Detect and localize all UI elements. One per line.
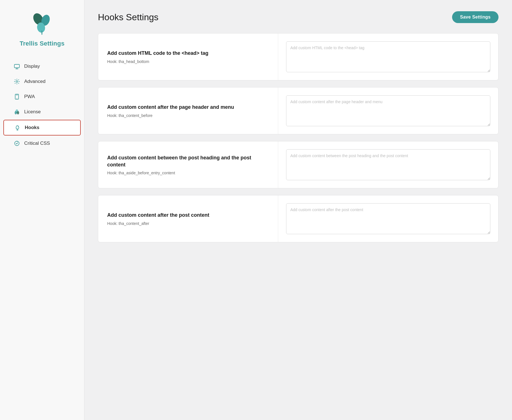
sidebar-item-license[interactable]: License <box>3 105 81 119</box>
sidebar-item-critical-css[interactable]: Critical CSS <box>3 136 81 151</box>
sidebar-item-hooks-label: Hooks <box>25 125 39 130</box>
hook-card-head-textarea[interactable] <box>286 41 490 72</box>
hook-card-aside-before-entry-textarea[interactable] <box>286 149 490 180</box>
save-settings-button[interactable]: Save Settings <box>452 11 498 23</box>
hook-card-content-after-left: Add custom content after the post conten… <box>98 195 278 242</box>
svg-point-7 <box>16 81 18 82</box>
hook-card-head-hook: Hook: tha_head_bottom <box>107 59 269 64</box>
svg-point-13 <box>17 111 19 114</box>
critical-css-icon <box>14 140 20 147</box>
hook-card-head-left: Add custom HTML code to the <head> tag H… <box>98 33 278 80</box>
hook-card-aside-before-entry-right <box>278 141 498 188</box>
trellis-logo-icon <box>29 11 55 37</box>
sidebar-item-advanced[interactable]: Advanced <box>3 74 81 89</box>
hook-card-content-after-right <box>278 195 498 242</box>
hook-card-aside-before-entry-hook: Hook: tha_aside_before_entry_content <box>107 171 269 175</box>
sidebar-item-display[interactable]: Display <box>3 59 81 74</box>
hook-card-head: Add custom HTML code to the <head> tag H… <box>98 33 498 80</box>
svg-point-12 <box>15 111 17 114</box>
hook-card-aside-before-entry-title: Add custom content between the post head… <box>107 154 269 168</box>
main-content: Hooks Settings Save Settings Add custom … <box>84 0 512 420</box>
hook-card-content-before-right <box>278 87 498 134</box>
hook-card-content-after-hook: Hook: tha_content_after <box>107 221 269 226</box>
hook-card-content-before-title: Add custom content after the page header… <box>107 104 269 111</box>
sidebar-item-pwa-label: PWA <box>24 94 35 100</box>
sidebar-nav: Display Advanced PWA <box>0 58 84 151</box>
page-title: Hooks Settings <box>98 12 158 22</box>
sidebar-item-advanced-label: Advanced <box>24 79 46 84</box>
advanced-icon <box>14 78 20 85</box>
main-header: Hooks Settings Save Settings <box>98 11 498 23</box>
display-icon <box>14 63 20 70</box>
svg-point-9 <box>17 98 17 99</box>
sidebar-item-display-label: Display <box>24 64 40 69</box>
sidebar-item-critical-css-label: Critical CSS <box>24 141 50 146</box>
license-icon <box>14 109 20 115</box>
hook-card-content-after: Add custom content after the post conten… <box>98 195 498 242</box>
hook-card-content-after-title: Add custom content after the post conten… <box>107 212 269 219</box>
hook-card-content-before: Add custom content after the page header… <box>98 87 498 134</box>
sidebar-title: Trellis Settings <box>20 40 65 47</box>
hook-card-aside-before-entry: Add custom content between the post head… <box>98 141 498 188</box>
sidebar-item-pwa[interactable]: PWA <box>3 89 81 104</box>
hook-card-aside-before-entry-left: Add custom content between the post head… <box>98 141 278 188</box>
hook-card-head-title: Add custom HTML code to the <head> tag <box>107 50 269 57</box>
sidebar-item-license-label: License <box>24 109 41 115</box>
sidebar-item-hooks[interactable]: Hooks <box>3 120 81 136</box>
hook-card-content-after-textarea[interactable] <box>286 203 490 234</box>
hook-card-head-right <box>278 33 498 80</box>
hook-card-content-before-left: Add custom content after the page header… <box>98 87 278 134</box>
svg-rect-4 <box>14 64 19 68</box>
sidebar-logo: Trellis Settings <box>20 11 65 47</box>
pwa-icon <box>14 93 20 100</box>
hook-card-content-before-hook: Hook: tha_content_before <box>107 113 269 118</box>
sidebar: Trellis Settings Display Advanced <box>0 0 84 420</box>
svg-point-14 <box>17 129 18 130</box>
hooks-icon <box>14 124 21 131</box>
hook-card-content-before-textarea[interactable] <box>286 95 490 126</box>
